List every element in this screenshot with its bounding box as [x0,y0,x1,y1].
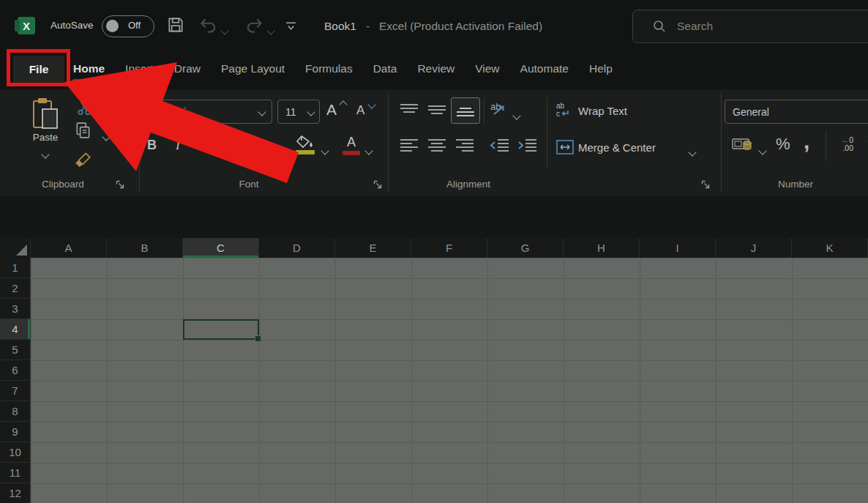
tab-draw[interactable]: Draw [164,53,211,85]
align-left-button[interactable] [400,138,419,152]
row-header-10[interactable]: 10 [0,442,31,463]
row-header-9[interactable]: 9 [0,422,31,442]
font-dialog-launcher[interactable] [373,180,383,190]
redo-button[interactable] [244,16,265,35]
tab-review[interactable]: Review [407,53,465,85]
column-header-G[interactable]: G [487,238,564,258]
paste-button[interactable]: Paste [26,97,64,160]
cut-button[interactable] [76,100,92,116]
fill-color-dropdown[interactable] [322,144,328,157]
tab-view[interactable]: View [465,53,509,85]
orientation-dropdown[interactable] [514,108,520,122]
alignment-dialog-launcher[interactable] [701,180,711,190]
font-size-value: 11 [278,106,308,118]
top-align-button[interactable] [400,103,419,117]
column-header-J[interactable]: J [716,238,792,258]
bold-button[interactable]: B [147,138,157,153]
bottom-align-button-selected[interactable] [451,97,480,124]
number-format-combobox[interactable]: General [725,100,868,124]
column-header-F[interactable]: F [411,238,487,258]
undo-dropdown[interactable] [222,23,228,37]
row-header-1[interactable]: 1 [0,258,31,278]
column-header-E[interactable]: E [335,238,411,258]
accounting-format-button[interactable] [732,136,754,154]
increase-indent-button[interactable] [517,138,537,152]
increase-decimal-button[interactable]: ←0 .00 [834,136,853,152]
undo-button[interactable] [198,16,218,35]
save-button[interactable] [166,15,185,34]
tab-formulas[interactable]: Formulas [295,53,363,85]
row-header-2[interactable]: 2 [0,278,31,299]
underline-button[interactable]: U [203,138,212,153]
tab-home[interactable]: Home [63,53,115,85]
wrap-text-button[interactable]: ab c Wrap Text [556,102,717,121]
column-header-H[interactable]: H [564,238,640,258]
align-right-button[interactable] [455,138,474,152]
column-header-B[interactable]: B [107,238,183,258]
borders-button[interactable] [246,138,262,154]
font-name-value: Calibri [150,106,259,118]
search-input[interactable] [676,19,839,34]
increase-font-size-button[interactable]: A [326,101,345,119]
center-align-icon [427,138,446,152]
column-header-K[interactable]: K [792,238,868,258]
fill-color-swatch [296,150,315,154]
tab-insert[interactable]: Insert [115,53,164,85]
customize-quick-access-toolbar-button[interactable] [285,21,297,31]
row-header-8[interactable]: 8 [0,401,31,422]
fill-color-button[interactable] [296,135,315,149]
accounting-format-dropdown[interactable] [760,144,766,157]
row-header-6[interactable]: 6 [0,360,31,381]
middle-align-button[interactable] [427,103,446,117]
decrease-indent-button[interactable] [489,138,509,152]
row-header-5[interactable]: 5 [0,340,31,360]
decrease-font-size-button[interactable]: A [356,103,374,118]
copy-icon [75,122,91,139]
row-header-11[interactable]: 11 [0,463,31,483]
mini-divider [547,97,547,168]
row-header-3[interactable]: 3 [0,299,31,319]
font-name-combobox[interactable]: Calibri [149,100,272,124]
row-header-4[interactable]: 4 [0,319,31,340]
mini-divider [484,97,484,124]
row-header-7[interactable]: 7 [0,381,31,401]
toggle-knob-icon [106,20,119,32]
format-painter-button[interactable] [75,151,92,167]
excel-logo-icon[interactable]: X [18,17,35,34]
merge-center-label: Merge & Center [578,141,656,154]
worksheet-cells[interactable] [31,258,868,503]
tab-help[interactable]: Help [579,53,623,85]
decrease-decimal-button[interactable]: →0 .00 [859,136,868,152]
copy-button[interactable] [75,122,91,139]
borders-dropdown[interactable] [272,144,278,157]
font-color-button[interactable]: A [343,135,360,150]
column-header-C[interactable]: C [183,238,259,258]
comma-style-button[interactable]: , [804,129,809,154]
font-color-dropdown[interactable] [366,144,372,157]
row-header-12[interactable]: 12 [0,483,31,503]
orientation-button[interactable]: ab [490,101,509,120]
tab-automate[interactable]: Automate [510,53,579,85]
align-right-icon [455,138,474,152]
font-size-combobox[interactable]: 11 [277,100,320,124]
clipboard-dialog-launcher[interactable] [116,180,125,190]
redo-dropdown[interactable] [268,23,274,37]
group-divider [388,92,389,192]
tab-data[interactable]: Data [363,53,408,85]
center-align-button[interactable] [427,138,446,152]
italic-button[interactable]: I [176,138,180,153]
merge-center-dropdown[interactable] [689,145,695,158]
column-header-I[interactable]: I [640,238,716,258]
search-box[interactable] [632,10,868,43]
select-all-button[interactable] [0,238,31,258]
autosave-toggle[interactable]: Off [102,15,154,37]
percent-style-button[interactable]: % [776,135,790,154]
fill-handle[interactable] [255,335,261,342]
column-header-D[interactable]: D [259,238,335,258]
tab-page-layout[interactable]: Page Layout [211,53,295,85]
column-header-A[interactable]: A [31,238,107,258]
fill-color-bucket-icon [296,135,315,149]
copy-dropdown[interactable] [103,130,109,143]
decrease-indent-icon [489,138,509,152]
formula-bar: C4 × ✓ fx [0,196,868,238]
